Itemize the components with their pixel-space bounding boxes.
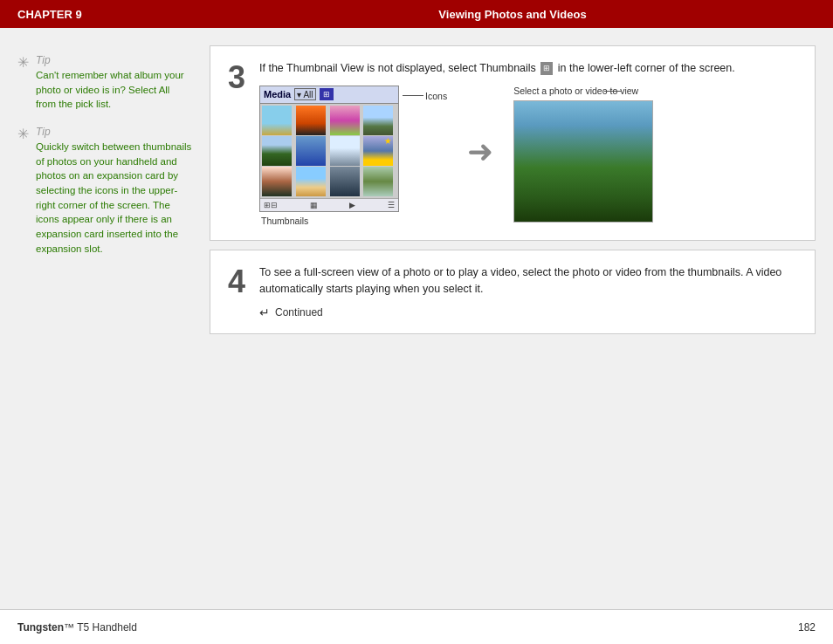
thumb-2[interactable] (296, 106, 326, 135)
media-label: Media (264, 89, 291, 99)
step-3-body: If the Thumbnail View is not displayed, … (259, 60, 797, 226)
icons-label: Icons (425, 91, 447, 101)
step-4-number: 4 (228, 266, 245, 298)
thumb-3[interactable] (330, 106, 360, 135)
arrow-area: ➜ (454, 134, 506, 170)
thumb-11[interactable] (330, 167, 360, 196)
step-4-box: 4 To see a full-screen view of a photo o… (210, 250, 816, 335)
step-3-diagram: Media ▾ All ⊞ (259, 86, 797, 226)
brand-name: Tungsten (17, 621, 64, 634)
steps-area: 3 If the Thumbnail View is not displayed… (210, 45, 816, 609)
thumbnails-label: Thumbnails (259, 216, 399, 226)
icons-label-row: Icons (403, 91, 447, 101)
step-3-box: 3 If the Thumbnail View is not displayed… (210, 45, 816, 241)
trademark: ™ (64, 621, 74, 634)
tip-block-1: ✳ Tip Can't remember what album your pho… (17, 54, 192, 112)
large-photo-container: Select a photo or video to view (513, 86, 653, 223)
play-icon[interactable]: ▶ (349, 201, 355, 209)
thumb-4[interactable] (363, 106, 393, 135)
select-label: Select a photo or video to view (513, 86, 601, 98)
tip-asterisk-2: ✳ (17, 126, 29, 142)
continued-text: Continued (275, 306, 323, 319)
chapter-label: CHAPTER 9 (17, 8, 210, 21)
select-label-row: Select a photo or video to view (513, 86, 622, 98)
scroll-icon[interactable]: ▦ (310, 201, 318, 209)
tip-text-2: Quickly switch between thumbnails of pho… (36, 140, 192, 256)
menu-icon[interactable]: ☰ (388, 201, 395, 209)
step-4-body: To see a full-screen view of a photo or … (259, 264, 797, 320)
media-icon-btn[interactable]: ⊞ (320, 88, 334, 100)
sidebar: ✳ Tip Can't remember what album your pho… (17, 45, 192, 609)
step-3-number: 3 (228, 62, 245, 93)
media-ui-container: Media ▾ All ⊞ (259, 86, 399, 226)
tip-text-1: Can't remember what album your photo or … (36, 68, 192, 112)
step-4-text: To see a full-screen view of a photo or … (259, 264, 797, 298)
large-photo (513, 100, 653, 223)
continued-label: ↵ Continued (259, 305, 797, 319)
thumbnails-icon-inline: ⊞ (540, 62, 553, 76)
label-icons-col: Icons (397, 86, 447, 101)
tip-label-1: Tip (36, 54, 192, 66)
media-toolbar: Media ▾ All ⊞ (260, 86, 398, 104)
page-footer: Tungsten™ T5 Handheld 182 (0, 609, 833, 644)
footer-brand: Tungsten™ T5 Handheld (17, 621, 137, 634)
thumb-9[interactable] (262, 167, 292, 196)
thumb-10[interactable] (296, 167, 326, 196)
tip-block-2: ✳ Tip Quickly switch between thumbnails … (17, 126, 192, 256)
main-content: ✳ Tip Can't remember what album your pho… (0, 28, 833, 609)
thumb-1[interactable] (262, 106, 292, 135)
media-grid (260, 104, 398, 198)
tip-asterisk-1: ✳ (17, 54, 29, 71)
tip-label-2: Tip (36, 126, 192, 138)
media-bottombar: ⊞⊟ ▦ ▶ ☰ (260, 198, 398, 211)
thumb-6[interactable] (296, 136, 326, 166)
media-dropdown[interactable]: ▾ All (294, 88, 315, 100)
grid-view-icon[interactable]: ⊞⊟ (264, 201, 278, 209)
media-ui: Media ▾ All ⊞ (259, 86, 399, 212)
page-number: 182 (798, 621, 816, 634)
thumb-12[interactable] (363, 167, 393, 196)
product-name: T5 Handheld (77, 621, 137, 634)
step-3-text: If the Thumbnail View is not displayed, … (259, 60, 797, 77)
thumb-5[interactable] (262, 136, 292, 166)
continued-arrow-icon: ↵ (259, 305, 270, 319)
right-arrow-icon: ➜ (467, 134, 493, 170)
page-header: CHAPTER 9 Viewing Photos and Videos (0, 0, 833, 28)
thumb-8[interactable] (363, 136, 393, 166)
chapter-title: Viewing Photos and Videos (210, 8, 816, 21)
thumb-7[interactable] (330, 136, 360, 166)
